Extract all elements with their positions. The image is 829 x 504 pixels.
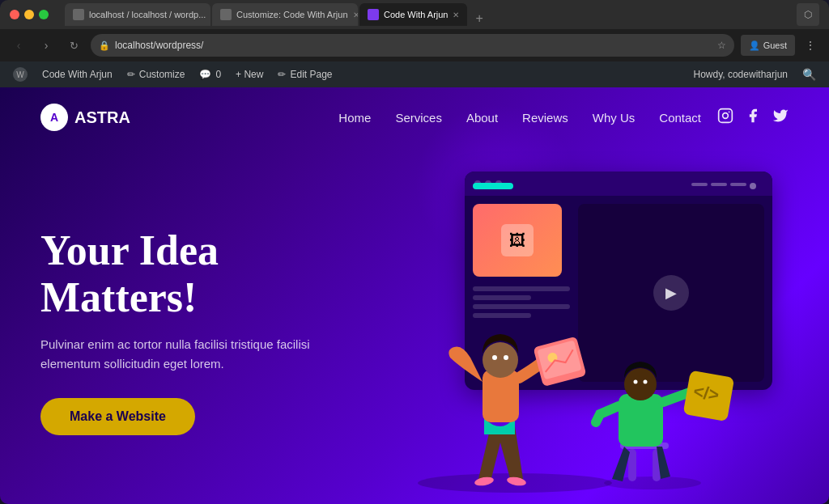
characters-svg: </> <box>353 240 758 499</box>
tab-favicon-2 <box>220 9 232 20</box>
tab-title-1: localhost / localhost / wordp... <box>89 10 206 19</box>
wp-comments[interactable]: 💬 0 <box>193 61 227 87</box>
nav-links: Home Services About Reviews Why Us Conta… <box>338 111 701 125</box>
logo-name: ASTRA <box>74 108 130 127</box>
comments-icon: 💬 <box>199 69 211 80</box>
wp-logo-item[interactable]: W <box>6 61 34 87</box>
tab-close-3[interactable]: ✕ <box>453 11 459 19</box>
svg-rect-17 <box>619 394 663 447</box>
tab-close-2[interactable]: ✕ <box>353 11 358 19</box>
browser-toolbar: ‹ › ↻ 🔒 localhost/wordpress/ ☆ 👤 Guest ⋮ <box>0 29 829 61</box>
nav-contact[interactable]: Contact <box>659 111 701 125</box>
wp-customize[interactable]: ✏ Customize <box>121 61 192 87</box>
svg-point-13 <box>504 355 508 360</box>
wp-logo-icon: W <box>13 67 28 82</box>
illus-wl-3 <box>730 183 746 186</box>
refresh-button[interactable]: ↻ <box>63 35 84 56</box>
guest-label: Guest <box>763 40 787 50</box>
tab-favicon-1 <box>73 9 84 20</box>
svg-point-2 <box>729 111 730 112</box>
lock-icon: 🔒 <box>99 40 110 51</box>
website-content: A ASTRA Home Services About Reviews Why … <box>0 87 829 504</box>
site-nav: A ASTRA Home Services About Reviews Why … <box>0 87 829 147</box>
nav-reviews[interactable]: Reviews <box>522 111 568 125</box>
nav-services[interactable]: Services <box>395 111 442 125</box>
logo-letter: A <box>50 111 58 124</box>
illus-wdot <box>750 183 756 189</box>
site-logo[interactable]: A ASTRA <box>40 104 130 131</box>
nav-why-us[interactable]: Why Us <box>593 111 636 125</box>
back-button[interactable]: ‹ <box>8 35 29 56</box>
tab-title-2: Customize: Code With Arjun <box>236 10 348 19</box>
hero-illustration: 🖼 ▶ <box>377 163 789 499</box>
browser-frame: localhost / localhost / wordp... ✕ Custo… <box>0 0 829 504</box>
customize-icon: ✏ <box>127 69 135 80</box>
wp-edit-page[interactable]: ✏ Edit Page <box>271 61 338 87</box>
svg-point-21 <box>633 380 637 384</box>
howdy-text: Howdy, codewitharjun <box>687 69 794 80</box>
close-button[interactable] <box>10 10 19 19</box>
browser-controls-right: ⬡ <box>797 3 819 26</box>
tab-2[interactable]: Customize: Code With Arjun ✕ <box>212 3 358 26</box>
svg-point-1 <box>723 112 729 118</box>
illus-wl-1 <box>691 183 708 186</box>
facebook-icon[interactable] <box>745 108 761 128</box>
address-bar[interactable]: 🔒 localhost/wordpress/ ☆ <box>91 34 734 57</box>
svg-point-20 <box>624 368 657 400</box>
toolbar-right: 👤 Guest ⋮ <box>741 35 821 56</box>
customize-label: Customize <box>139 69 185 80</box>
logo-icon: A <box>40 104 68 131</box>
illus-browser-bar <box>465 172 772 196</box>
svg-rect-0 <box>719 108 733 122</box>
svg-point-12 <box>492 355 497 360</box>
admin-search-icon[interactable]: 🔍 <box>796 68 823 81</box>
twitter-icon[interactable] <box>772 108 789 128</box>
profile-icon: 👤 <box>749 40 760 51</box>
tab-favicon-3 <box>368 9 379 20</box>
hero-subtitle: Pulvinar enim ac tortor nulla facilisi t… <box>40 335 348 374</box>
tab-1[interactable]: localhost / localhost / wordp... ✕ <box>65 3 210 26</box>
illus-white-lines <box>691 183 756 189</box>
hero-title: Your Idea Matters! <box>40 227 377 320</box>
wp-site-name[interactable]: Code With Arjun <box>36 61 119 87</box>
illus-wl-2 <box>711 183 727 186</box>
tabs-bar: localhost / localhost / wordp... ✕ Custo… <box>65 3 790 26</box>
tab-3[interactable]: Code With Arjun ✕ <box>359 3 467 26</box>
browser-titlebar: localhost / localhost / wordp... ✕ Custo… <box>0 0 829 29</box>
svg-point-11 <box>483 342 518 378</box>
wp-site-label: Code With Arjun <box>42 69 113 80</box>
forward-button[interactable]: › <box>36 35 57 56</box>
address-text: localhost/wordpress/ <box>115 40 712 51</box>
hero-text: Your Idea Matters! Pulvinar enim ac tort… <box>40 227 377 434</box>
new-tab-button[interactable]: + <box>472 11 486 26</box>
bookmark-icon[interactable]: ☆ <box>717 40 726 51</box>
extensions-button[interactable]: ⬡ <box>797 3 819 26</box>
edit-icon: ✏ <box>278 69 286 80</box>
guest-button[interactable]: 👤 Guest <box>741 35 795 56</box>
illus-teal-bar <box>473 183 513 189</box>
minimize-button[interactable] <box>24 10 34 19</box>
instagram-icon[interactable] <box>717 108 733 128</box>
comments-count: 0 <box>215 69 221 80</box>
tab-title-3: Code With Arjun <box>384 10 448 19</box>
nav-home[interactable]: Home <box>338 111 371 125</box>
traffic-lights <box>10 10 49 19</box>
admin-right: Howdy, codewitharjun 🔍 <box>687 68 823 81</box>
maximize-button[interactable] <box>39 10 49 19</box>
wp-admin-bar: W Code With Arjun ✏ Customize 💬 0 + New … <box>0 61 829 87</box>
nav-social <box>717 108 789 128</box>
new-label: + New <box>236 69 263 80</box>
cta-button[interactable]: Make a Website <box>40 398 195 435</box>
nav-about[interactable]: About <box>466 111 498 125</box>
edit-label: Edit Page <box>290 69 332 80</box>
wp-logo-text: W <box>16 70 23 79</box>
wp-new[interactable]: + New <box>229 61 270 87</box>
hero-section: Your Idea Matters! Pulvinar enim ac tort… <box>0 147 829 499</box>
menu-button[interactable]: ⋮ <box>800 35 821 56</box>
svg-point-22 <box>643 380 647 384</box>
